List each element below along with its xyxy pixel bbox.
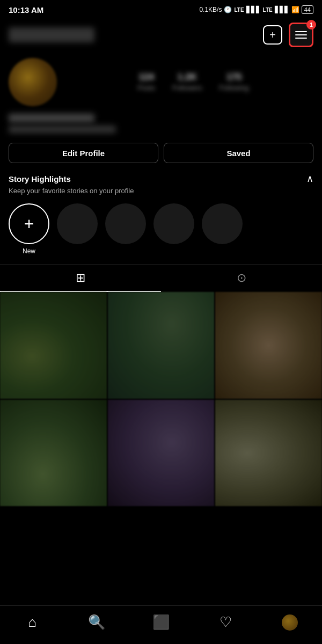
menu-button[interactable]: 1 xyxy=(289,23,313,47)
clock-icon: 🕐 xyxy=(224,6,232,13)
action-buttons: Edit Profile Saved xyxy=(0,143,322,173)
grid-icon: ⊞ xyxy=(76,271,85,285)
saved-button[interactable]: Saved xyxy=(164,143,313,163)
chevron-up-icon[interactable]: ∧ xyxy=(306,173,313,185)
status-time: 10:13 AM xyxy=(9,5,43,14)
avatar[interactable] xyxy=(9,58,57,106)
grid-cell-1[interactable] xyxy=(0,292,107,399)
add-highlight-button[interactable]: + xyxy=(9,203,49,244)
signal-bars2-icon: ▋▋▋ xyxy=(275,6,289,13)
tab-grid[interactable]: ⊞ xyxy=(0,265,161,292)
grid-cell-6[interactable] xyxy=(215,400,322,507)
status-icons: 0.1KB/s 🕐 LTE ▋▋▋ LTE ▋▋▋ 📶 44 xyxy=(199,5,313,14)
highlight-circle-3[interactable] xyxy=(153,203,194,244)
highlight-circle-4[interactable] xyxy=(202,203,243,244)
profile-name-block xyxy=(9,114,313,133)
highlight-item-2[interactable] xyxy=(105,203,146,244)
grid-cell-3[interactable] xyxy=(215,292,322,399)
network-speed: 0.1KB/s xyxy=(199,6,222,13)
lte2-icon: LTE xyxy=(263,7,273,13)
plus-icon: + xyxy=(24,215,34,232)
top-nav: + 1 xyxy=(0,19,322,53)
camera-icon: ⊙ xyxy=(237,271,246,285)
followers-label: Followers xyxy=(172,84,202,92)
highlights-header: Story Highlights ∧ xyxy=(9,173,313,185)
add-icon: + xyxy=(269,29,276,41)
heart-icon: ♡ xyxy=(219,614,232,631)
wifi-icon: 📶 xyxy=(291,6,299,13)
new-highlight-item[interactable]: + New xyxy=(9,203,49,255)
highlight-circle-2[interactable] xyxy=(105,203,146,244)
followers-count: 1.2K xyxy=(172,72,202,83)
grid-cell-4[interactable] xyxy=(0,400,107,507)
nav-likes[interactable]: ♡ xyxy=(212,609,239,636)
profile-info-row: 124 Posts 1.2K Followers 175 Following xyxy=(9,58,313,106)
edit-profile-button[interactable]: Edit Profile xyxy=(9,143,158,163)
highlight-circle-1[interactable] xyxy=(57,203,98,244)
bottom-nav: ⌂ 🔍 ⬛ ♡ xyxy=(0,605,322,644)
nav-search[interactable]: 🔍 xyxy=(83,609,110,636)
posts-stat: 124 Posts xyxy=(137,72,155,92)
highlight-item-3[interactable] xyxy=(153,203,194,244)
tab-reels[interactable]: ⊙ xyxy=(161,265,322,292)
top-nav-icons: + 1 xyxy=(263,23,313,47)
highlight-item-1[interactable] xyxy=(57,203,98,244)
add-post-button[interactable]: + xyxy=(263,25,282,45)
profile-section: 124 Posts 1.2K Followers 175 Following xyxy=(0,53,322,143)
story-highlights-section: Story Highlights ∧ Keep your favorite st… xyxy=(0,173,322,255)
following-label: Following xyxy=(219,84,249,92)
profile-bio xyxy=(9,126,116,133)
status-bar: 10:13 AM 0.1KB/s 🕐 LTE ▋▋▋ LTE ▋▋▋ 📶 44 xyxy=(0,0,322,19)
notification-badge: 1 xyxy=(306,20,316,30)
nav-profile-avatar xyxy=(282,614,298,631)
grid-cell-2[interactable] xyxy=(108,292,215,399)
posts-label: Posts xyxy=(137,84,155,92)
nav-profile[interactable] xyxy=(276,609,303,636)
highlights-row: + New xyxy=(9,203,313,255)
photo-grid xyxy=(0,292,322,506)
profile-name xyxy=(9,114,94,122)
new-highlight-label: New xyxy=(23,247,35,255)
signal-bars-icon: ▋▋▋ xyxy=(246,6,261,13)
search-icon: 🔍 xyxy=(88,614,105,631)
posts-count: 124 xyxy=(137,72,155,83)
nav-reels[interactable]: ⬛ xyxy=(148,609,174,636)
following-stat[interactable]: 175 Following xyxy=(219,72,249,92)
content-tabs: ⊞ ⊙ xyxy=(0,265,322,292)
battery-icon: 44 xyxy=(302,5,313,14)
grid-cell-5[interactable] xyxy=(108,400,215,507)
home-icon: ⌂ xyxy=(28,614,36,631)
reels-icon: ⬛ xyxy=(152,614,170,631)
lte-icon: LTE xyxy=(234,7,244,13)
profile-stats: 124 Posts 1.2K Followers 175 Following xyxy=(73,72,313,92)
highlight-item-4[interactable] xyxy=(202,203,243,244)
highlights-title: Story Highlights xyxy=(9,174,71,184)
following-count: 175 xyxy=(219,72,249,83)
hamburger-icon xyxy=(295,31,307,39)
highlights-subtitle: Keep your favorite stories on your profi… xyxy=(9,187,313,195)
nav-home[interactable]: ⌂ xyxy=(19,609,46,636)
followers-stat[interactable]: 1.2K Followers xyxy=(172,72,202,92)
username-display xyxy=(9,27,94,42)
